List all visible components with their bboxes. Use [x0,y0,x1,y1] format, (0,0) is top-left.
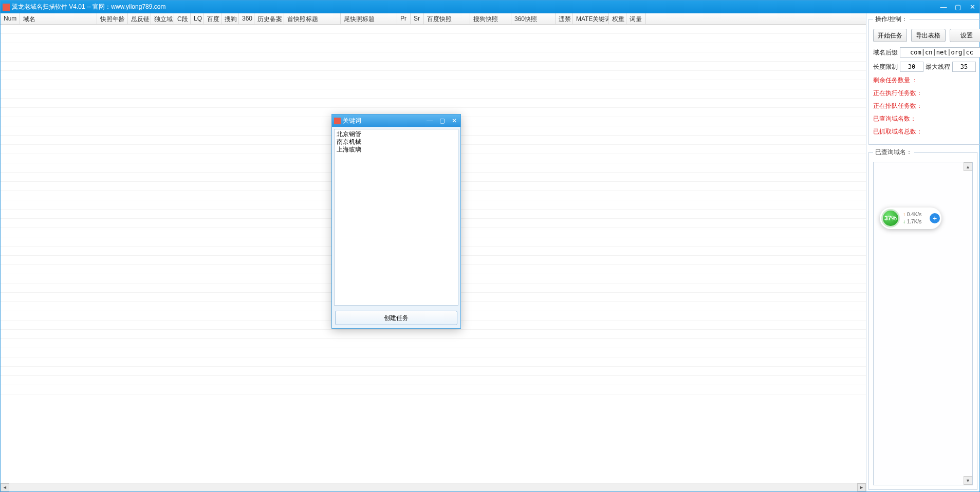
table-row [1,80,866,89]
col-num[interactable]: Num [1,13,20,24]
start-task-button[interactable]: 开始任务 [873,29,907,42]
network-badge[interactable]: 37% 0.4K/s 1.7K/s + [880,207,941,229]
col-sogou_snap[interactable]: 搜狗快照 [470,13,511,24]
status-remain: 剩余任务数量 ： [873,76,980,85]
suffix-label: 域名后缀 [873,48,898,57]
create-task-button[interactable]: 创建任务 [335,311,457,325]
main-window: 翼龙老域名扫描软件 V4.01 -- 官网：www.yilong789.com … [0,0,980,492]
table-row [1,348,866,357]
network-plus-icon[interactable]: + [930,213,940,223]
col-360[interactable]: 360 [239,13,254,24]
table-row [1,71,866,80]
col-history[interactable]: 历史备案 [254,13,284,24]
table-row [1,62,866,71]
thread-label: 最大线程 [926,63,950,71]
network-pct: 37% [881,209,900,228]
window-controls: — ▢ ✕ [936,1,979,13]
hscroll-left-icon[interactable]: ◄ [1,483,9,491]
col-cseg[interactable]: C段 [174,13,191,24]
sidebar: 操作/控制： 开始任务 导出表格 设置 域名后缀 长度限制 最大线程 剩余任务数… [866,13,979,491]
suffix-input[interactable] [900,47,980,58]
status-running: 正在执行任务数： [873,89,980,98]
col-total_back[interactable]: 总反链 [128,13,151,24]
col-weight[interactable]: 权重 [609,13,626,24]
app-icon [3,4,10,11]
status-queried: 已查询域名数： [873,115,980,123]
dialog-title: 关键词 [343,117,361,125]
table-row [1,52,866,62]
download-speed: 1.7K/s [903,218,929,225]
vscroll-up-icon[interactable]: ▲ [964,162,972,171]
dialog-titlebar[interactable]: 关键词 — ▢ ✕ [332,115,460,127]
col-sr[interactable]: Sr [411,13,424,24]
table-row [1,357,866,367]
export-table-button[interactable]: 导出表格 [911,29,945,42]
length-label: 长度限制 [873,63,898,71]
col-lq[interactable]: LQ [191,13,204,24]
length-input[interactable] [900,62,923,72]
body: Num域名快照年龄总反链独立域C段LQ百度搜狗360历史备案首快照标题尾快照标题… [1,13,979,491]
hscroll-right-icon[interactable]: ► [857,483,866,491]
status-queued: 正在排队任务数： [873,102,980,110]
queried-panel: 已查询域名： ▲ ▼ 37% 0.4K/s 1.7K/s + [868,148,977,490]
control-panel: 操作/控制： 开始任务 导出表格 设置 域名后缀 长度限制 最大线程 剩余任务数… [868,15,980,145]
dialog-maximize-button[interactable]: ▢ [436,115,448,127]
col-snap_age[interactable]: 快照年龄 [97,13,128,24]
queried-panel-title: 已查询域名： [873,148,914,157]
col-first_title[interactable]: 首快照标题 [284,13,341,24]
window-title: 翼龙老域名扫描软件 V4.01 -- 官网：www.yilong789.com [12,3,165,11]
dialog-close-button[interactable]: ✕ [448,115,460,127]
table-row [1,34,866,43]
col-pr[interactable]: Pr [397,13,411,24]
col-baidu[interactable]: 百度 [204,13,221,24]
table-row [1,25,866,34]
table-row [1,385,866,394]
col-mate_kw[interactable]: MATE关键词 [573,13,609,24]
table-header: Num域名快照年龄总反链独立域C段LQ百度搜狗360历史备案首快照标题尾快照标题… [1,13,866,25]
status-grabbed: 已抓取域名总数： [873,127,980,136]
table-row [1,89,866,99]
table-row [1,339,866,348]
vscroll-down-icon[interactable]: ▼ [964,476,972,485]
dialog-icon [334,118,341,124]
table-hscroll[interactable]: ◄ ► [1,483,866,491]
table-row [1,367,866,376]
control-panel-title: 操作/控制： [873,15,910,24]
col-baidu_snap[interactable]: 百度快照 [424,13,470,24]
col-ban[interactable]: 违禁 [556,13,573,24]
col-last_title[interactable]: 尾快照标题 [341,13,397,24]
table-row [1,99,866,108]
col-sogou[interactable]: 搜狗 [221,13,239,24]
col-domain[interactable]: 域名 [20,13,97,24]
dialog-minimize-button[interactable]: — [423,115,436,127]
minimize-button[interactable]: — [936,1,951,13]
col-360_snap[interactable]: 360快照 [511,13,556,24]
keyword-dialog: 关键词 — ▢ ✕ 北京钢管 南京机械 上海玻璃 创建任务 [331,114,461,329]
close-button[interactable]: ✕ [965,1,979,13]
table-row [1,330,866,339]
col-uniq_domain[interactable]: 独立域 [151,13,174,24]
upload-speed: 0.4K/s [903,211,929,218]
network-speeds: 0.4K/s 1.7K/s [903,211,929,225]
thread-input[interactable] [952,62,976,72]
table-row [1,43,866,52]
maximize-button[interactable]: ▢ [951,1,965,13]
queried-list[interactable]: ▲ ▼ 37% 0.4K/s 1.7K/s + [873,162,973,485]
keyword-textarea[interactable]: 北京钢管 南京机械 上海玻璃 [334,129,458,306]
titlebar[interactable]: 翼龙老域名扫描软件 V4.01 -- 官网：www.yilong789.com … [1,1,979,13]
table-row [1,376,866,385]
col-wordcnt[interactable]: 词量 [626,13,646,24]
settings-button[interactable]: 设置 [950,29,980,42]
